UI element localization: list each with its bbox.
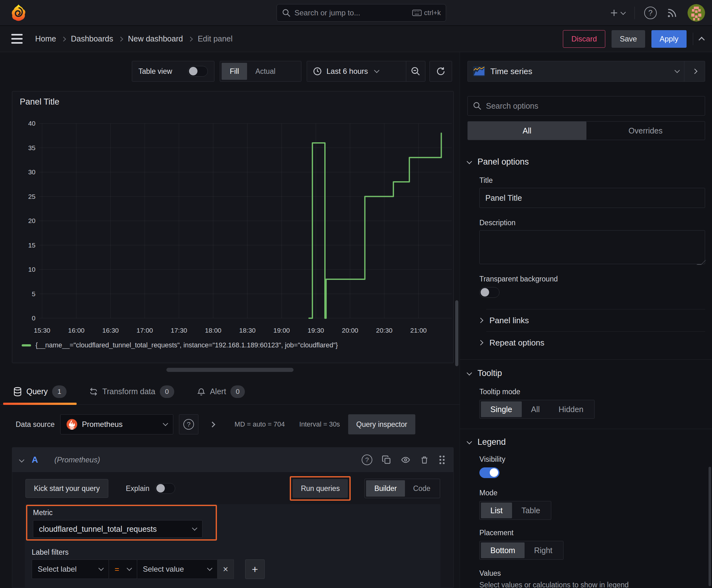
query-count-badge: 1 bbox=[52, 385, 67, 398]
actual-option[interactable]: Actual bbox=[247, 63, 283, 80]
legend-table-option[interactable]: Table bbox=[512, 503, 550, 518]
chevron-down-icon bbox=[467, 439, 472, 444]
news-rss-icon[interactable] bbox=[666, 7, 678, 19]
time-range-picker[interactable]: Last 6 hours bbox=[307, 67, 406, 76]
options-search-input[interactable] bbox=[486, 102, 700, 110]
tab-transform-data[interactable]: Transform data 0 bbox=[79, 379, 184, 404]
panel-preview: Panel Title 051015202530354015:3016:0016… bbox=[12, 91, 454, 363]
legend-visibility-toggle[interactable] bbox=[479, 467, 499, 478]
breadcrumb-home[interactable]: Home bbox=[35, 34, 56, 43]
tooltip-mode-switch: Single All Hidden bbox=[479, 400, 595, 419]
tooltip-single-option[interactable]: Single bbox=[481, 401, 522, 417]
placement-label: Placement bbox=[479, 529, 705, 537]
grafana-logo-icon[interactable] bbox=[9, 4, 28, 22]
legend-item[interactable]: {__name__="cloudflared_tunnel_total_requ… bbox=[22, 341, 338, 349]
help-icon[interactable]: ? bbox=[644, 6, 657, 19]
disable-query-eye-icon[interactable] bbox=[401, 455, 411, 465]
panel-options-header[interactable]: Panel options bbox=[468, 157, 529, 167]
bell-icon bbox=[197, 387, 206, 396]
svg-text:18:00: 18:00 bbox=[205, 327, 222, 334]
breadcrumb-dashboards[interactable]: Dashboards bbox=[71, 34, 113, 43]
viz-suggestions-expand-icon[interactable] bbox=[684, 61, 705, 81]
query-builder-options: Metric cloudflared_tunnel_total_requests… bbox=[25, 504, 440, 588]
pane-resize-handle[interactable] bbox=[166, 368, 294, 372]
scrollbar-thumb[interactable] bbox=[455, 300, 458, 366]
kick-start-button[interactable]: Kick start your query bbox=[25, 479, 108, 498]
visualization-picker-row: Time series bbox=[468, 61, 705, 82]
datasource-picker[interactable]: Prometheus bbox=[60, 414, 173, 435]
tab-all[interactable]: All bbox=[468, 122, 586, 140]
metric-highlight: Metric cloudflared_tunnel_total_requests bbox=[26, 505, 217, 541]
metric-select[interactable]: cloudflared_tunnel_total_requests bbox=[33, 520, 202, 538]
tooltip-header[interactable]: Tooltip bbox=[468, 369, 502, 378]
new-button[interactable] bbox=[609, 8, 625, 18]
collapse-header-icon[interactable] bbox=[699, 36, 704, 42]
breadcrumb-edit-panel: Edit panel bbox=[198, 34, 233, 43]
query-help-icon[interactable]: ? bbox=[362, 455, 372, 465]
legend-list-option[interactable]: List bbox=[481, 503, 512, 518]
menu-toggle-icon[interactable] bbox=[11, 34, 23, 44]
tab-query[interactable]: Query 1 bbox=[3, 379, 77, 404]
avatar[interactable] bbox=[688, 4, 705, 22]
tooltip-all-option[interactable]: All bbox=[522, 401, 549, 417]
explain-toggle[interactable] bbox=[155, 483, 175, 494]
transform-icon bbox=[89, 387, 98, 396]
duplicate-query-icon[interactable] bbox=[382, 455, 391, 465]
legend-header[interactable]: Legend bbox=[468, 437, 506, 447]
svg-text:0: 0 bbox=[32, 314, 36, 322]
add-filter-icon[interactable]: + bbox=[245, 560, 265, 579]
options-search bbox=[468, 96, 705, 115]
visualization-picker[interactable]: Time series bbox=[468, 61, 684, 81]
placement-bottom-option[interactable]: Bottom bbox=[481, 543, 524, 558]
transparent-bg-toggle[interactable] bbox=[479, 287, 499, 298]
query-row-header[interactable]: A (Prometheus) ? bbox=[12, 447, 453, 472]
apply-button[interactable]: Apply bbox=[651, 30, 687, 48]
delete-query-trash-icon[interactable] bbox=[420, 455, 429, 465]
tab-alert[interactable]: Alert 0 bbox=[187, 379, 255, 404]
panel-toolbar: Table view Fill Actual Last 6 hours bbox=[0, 61, 459, 82]
svg-text:15: 15 bbox=[28, 241, 36, 249]
breadcrumb-new-dashboard[interactable]: New dashboard bbox=[128, 34, 183, 43]
table-view-toggle[interactable] bbox=[188, 66, 208, 77]
svg-text:17:00: 17:00 bbox=[136, 327, 153, 334]
tab-overrides[interactable]: Overrides bbox=[586, 122, 705, 140]
scrollbar-thumb[interactable] bbox=[709, 467, 711, 586]
search-input[interactable] bbox=[295, 8, 408, 17]
repeat-options-header[interactable]: Repeat options bbox=[468, 332, 705, 354]
panel-title-input[interactable] bbox=[479, 188, 705, 208]
svg-text:16:00: 16:00 bbox=[68, 327, 85, 334]
remove-filter-icon[interactable]: × bbox=[218, 560, 234, 579]
table-view-control: Table view bbox=[132, 61, 214, 82]
panel-links-header[interactable]: Panel links bbox=[468, 309, 705, 331]
select-value-dropdown[interactable]: Select value bbox=[137, 560, 218, 579]
code-option[interactable]: Code bbox=[405, 480, 438, 497]
query-stats: MD = auto = 704 Interval = 30s bbox=[235, 421, 340, 428]
interval: Interval = 30s bbox=[299, 421, 340, 428]
run-queries-button[interactable]: Run queries bbox=[293, 479, 348, 498]
panel-edit-main: Table view Fill Actual Last 6 hours bbox=[0, 52, 459, 588]
panel-options-body: Title Description Transparent background bbox=[468, 176, 705, 300]
transform-count-badge: 0 bbox=[160, 385, 174, 398]
chevron-right-icon bbox=[188, 37, 193, 42]
description-textarea[interactable] bbox=[479, 230, 705, 264]
zoom-out-icon[interactable] bbox=[406, 61, 425, 81]
transparent-bg-label: Transparent background bbox=[479, 275, 705, 283]
select-label-dropdown[interactable]: Select label bbox=[32, 560, 109, 579]
fill-option[interactable]: Fill bbox=[222, 63, 247, 80]
clock-icon bbox=[313, 67, 322, 76]
operator-dropdown[interactable]: = bbox=[109, 560, 137, 579]
datasource-help-icon[interactable]: ? bbox=[179, 414, 198, 435]
discard-button[interactable]: Discard bbox=[563, 30, 605, 48]
breadcrumb: Home Dashboards New dashboard Edit panel bbox=[35, 34, 233, 43]
drag-handle-icon[interactable] bbox=[438, 455, 446, 465]
refresh-icon[interactable] bbox=[431, 61, 450, 81]
keyboard-icon bbox=[412, 9, 422, 16]
save-button[interactable]: Save bbox=[611, 30, 645, 48]
legend-placement-switch: Bottom Right bbox=[479, 541, 563, 560]
tooltip-hidden-option[interactable]: Hidden bbox=[549, 401, 593, 417]
builder-option[interactable]: Builder bbox=[366, 480, 405, 497]
placement-right-option[interactable]: Right bbox=[524, 543, 562, 558]
query-inspector-button[interactable]: Query inspector bbox=[348, 414, 415, 435]
collapse-options-icon[interactable] bbox=[210, 422, 214, 426]
fill-actual-switch: Fill Actual bbox=[220, 61, 301, 82]
